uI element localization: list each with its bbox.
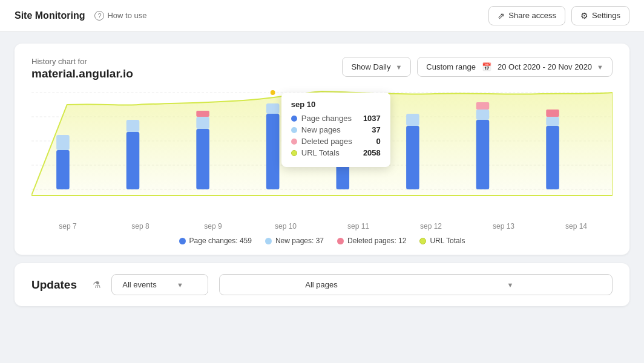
- all-pages-label: All pages: [229, 280, 413, 289]
- bar-deleted-sep14: [546, 110, 559, 117]
- updates-title: Updates: [31, 278, 77, 292]
- bar-new-pages-sep14: [546, 117, 559, 126]
- x-label-sep14: sep 14: [540, 222, 613, 231]
- chart-card: History chart for material.angular.io Sh…: [15, 44, 629, 255]
- help-icon: ?: [94, 11, 104, 21]
- bar-page-changes-sep13: [476, 120, 490, 189]
- date-range-dropdown[interactable]: Custom range 📅 20 Oct 2020 - 20 Nov 2020…: [417, 57, 613, 77]
- legend-dot-pagechanges: [179, 238, 186, 244]
- gear-icon: ⚙: [580, 11, 588, 21]
- legend-dot-newpages: [265, 238, 272, 244]
- how-to-use-label: How to use: [107, 11, 146, 20]
- bar-page-changes-sep12: [406, 126, 419, 189]
- bar-deleted-sep9: [196, 111, 209, 117]
- history-label: History chart for: [31, 57, 133, 66]
- topnav-left: Site Monitoring ? How to use: [15, 10, 146, 21]
- filter-icon: ⚗: [93, 280, 100, 290]
- chart-area: sep 10 Page changes 1037 New pages 37: [31, 87, 613, 220]
- app-title: Site Monitoring: [15, 10, 85, 21]
- date-range-value: 20 Oct 2020 - 20 Nov 2020: [498, 62, 592, 71]
- chart-title-block: History chart for material.angular.io: [31, 57, 133, 80]
- legend-dot-deletedpages: [337, 238, 344, 244]
- x-label-sep12: sep 12: [395, 222, 467, 231]
- chart-controls: Show Daily ▼ Custom range 📅 20 Oct 2020 …: [342, 57, 613, 77]
- legend-dot-urltotals: [419, 238, 426, 244]
- main-content: History chart for material.angular.io Sh…: [0, 31, 644, 363]
- x-label-sep13: sep 13: [467, 222, 540, 231]
- chevron-down-icon-events: ▼: [162, 281, 198, 289]
- bar-deleted-sep13: [476, 102, 490, 110]
- bar-page-changes-sep7: [56, 150, 70, 189]
- url-totals-area: [31, 91, 613, 195]
- legend-label-urltotals: URL Totals: [430, 237, 465, 245]
- share-access-button[interactable]: ⇗ Share access: [488, 6, 565, 25]
- all-pages-dropdown[interactable]: All pages ▼: [219, 274, 613, 295]
- bar-new-pages-sep12: [406, 114, 419, 126]
- bar-page-changes-sep9: [196, 129, 209, 189]
- x-label-sep11: sep 11: [322, 222, 395, 231]
- x-label-sep8: sep 8: [104, 222, 177, 231]
- chevron-down-icon-pages: ▼: [418, 281, 602, 289]
- bar-page-changes-sep8: [126, 132, 140, 189]
- show-daily-label: Show Daily: [351, 62, 390, 71]
- bar-page-changes-sep11: [337, 135, 350, 189]
- bar-new-pages-sep8: [126, 120, 140, 132]
- x-label-sep10: sep 10: [249, 222, 322, 231]
- date-range-label: Custom range: [426, 62, 476, 71]
- bar-new-pages-sep9: [196, 117, 209, 129]
- legend-label-pagechanges: Page changes: 459: [189, 237, 252, 245]
- show-daily-dropdown[interactable]: Show Daily ▼: [342, 57, 411, 77]
- chevron-down-icon: ▼: [395, 64, 402, 71]
- chevron-down-icon-date: ▼: [597, 64, 603, 71]
- chart-legend: Page changes: 459 New pages: 37 Deleted …: [31, 237, 613, 245]
- bar-new-pages-sep7: [56, 135, 70, 150]
- site-name: material.angular.io: [31, 67, 133, 80]
- chart-card-header: History chart for material.angular.io Sh…: [31, 57, 613, 80]
- x-label-sep7: sep 7: [31, 222, 104, 231]
- topnav: Site Monitoring ? How to use ⇗ Share acc…: [0, 0, 644, 31]
- legend-label-newpages: New pages: 37: [275, 237, 324, 245]
- settings-button[interactable]: ⚙ Settings: [571, 6, 629, 25]
- bar-page-changes-sep14: [546, 126, 559, 189]
- bar-new-pages-sep13: [476, 110, 490, 120]
- tooltip-anchor-dot: [270, 90, 276, 96]
- legend-item-deletedpages: Deleted pages: 12: [337, 237, 406, 245]
- topnav-right: ⇗ Share access ⚙ Settings: [488, 6, 629, 25]
- legend-label-deletedpages: Deleted pages: 12: [347, 237, 406, 245]
- bar-new-pages-sep11: [337, 124, 350, 135]
- bar-page-changes-sep10: [266, 114, 280, 189]
- all-events-label: All events: [122, 280, 157, 289]
- legend-item-newpages: New pages: 37: [265, 237, 324, 245]
- x-label-sep9: sep 9: [177, 222, 249, 231]
- legend-item-urltotals: URL Totals: [419, 237, 465, 245]
- bar-new-pages-sep10: [266, 103, 280, 114]
- updates-card: Updates ⚗ All events ▼ All pages ▼: [15, 263, 629, 306]
- calendar-icon: 📅: [482, 62, 491, 71]
- legend-item-pagechanges: Page changes: 459: [179, 237, 252, 245]
- how-to-use-button[interactable]: ? How to use: [94, 11, 146, 21]
- x-axis-labels: sep 7 sep 8 sep 9 sep 10 sep 11 sep 12 s…: [31, 220, 613, 231]
- chart-svg: [31, 87, 613, 208]
- all-events-dropdown[interactable]: All events ▼: [111, 274, 208, 295]
- share-icon: ⇗: [498, 11, 505, 21]
